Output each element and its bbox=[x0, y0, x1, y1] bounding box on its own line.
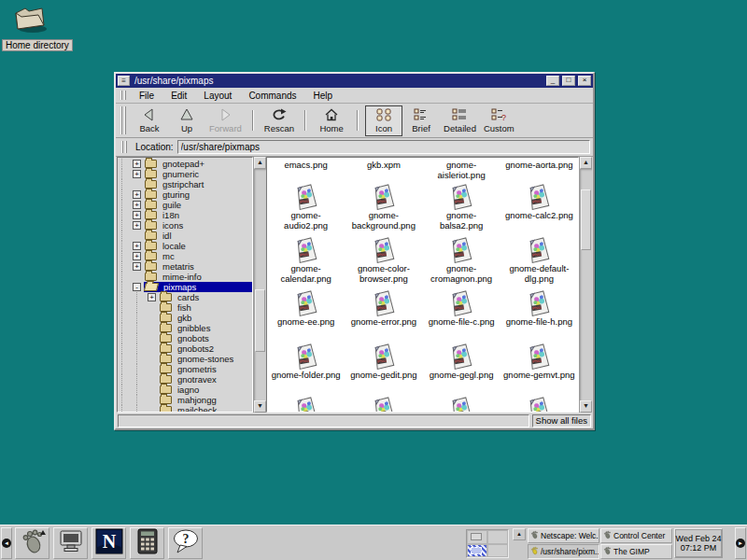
tree-item-locale[interactable]: +locale bbox=[118, 241, 252, 251]
file-gnome-folder.png[interactable]: PNGgnome-folder.png bbox=[267, 342, 345, 395]
icon-panel-scrollbar[interactable]: ▲ ▼ bbox=[579, 157, 592, 413]
location-input[interactable] bbox=[177, 140, 590, 154]
launcher-calculator[interactable] bbox=[130, 527, 164, 559]
maximize-button[interactable]: □ bbox=[562, 76, 575, 86]
close-button[interactable]: × bbox=[578, 76, 591, 86]
file-gnome-gedit.png[interactable]: PNGgnome-gedit.png bbox=[345, 342, 422, 395]
toolbar-home-button[interactable]: Home bbox=[313, 105, 350, 136]
tree-item-idl[interactable]: idl bbox=[118, 231, 252, 241]
icon-scrollbar-thumb[interactable] bbox=[581, 189, 591, 249]
expand-icon[interactable]: + bbox=[133, 201, 141, 209]
file-gnome-aorta.png[interactable]: PNGgnome-aorta.png bbox=[500, 158, 578, 182]
file-gnome-file-c.png[interactable]: PNGgnome-file-c.png bbox=[423, 288, 500, 342]
file-gkb.xpm[interactable]: PNGgkb.xpm bbox=[345, 158, 422, 182]
task-button[interactable]: /usr/share/pixm... bbox=[528, 544, 599, 559]
file-gnome-aisleriot.png[interactable]: PNGgnome-aisleriot.png bbox=[423, 158, 500, 182]
window-titlebar[interactable]: ≡ /usr/share/pixmaps _ □ × bbox=[116, 74, 593, 88]
file-gnome-gemvt.png[interactable]: PNGgnome-gemvt.png bbox=[500, 342, 578, 395]
tree-item-gnome-stones[interactable]: gnome-stones bbox=[118, 354, 252, 364]
file-gnome-error.png[interactable]: PNGgnome-error.png bbox=[345, 288, 422, 342]
file-gnome-calc2.png[interactable]: PNGgnome-calc2.png bbox=[500, 182, 578, 235]
launcher-netscape[interactable]: N bbox=[92, 527, 126, 559]
tree-item-gnotepad+[interactable]: +gnotepad+ bbox=[118, 159, 252, 169]
scroll-down-arrow-icon[interactable]: ▼ bbox=[254, 400, 266, 413]
pager-workspace-3-active[interactable] bbox=[467, 544, 487, 558]
menu-item-help[interactable]: Help bbox=[305, 90, 342, 102]
file-item[interactable]: PNG bbox=[267, 395, 345, 413]
tree-scrollbar-track[interactable] bbox=[254, 169, 266, 400]
tree-item-gnumeric[interactable]: +gnumeric bbox=[118, 169, 252, 179]
expand-icon[interactable]: + bbox=[133, 242, 141, 250]
collapse-icon[interactable]: - bbox=[133, 283, 141, 291]
file-gnome-cromagnon.png[interactable]: PNGgnome-cromagnon.png bbox=[423, 235, 500, 288]
tree-item-mahjongg[interactable]: mahjongg bbox=[118, 395, 252, 405]
tree-scrollbar[interactable]: ▲ ▼ bbox=[253, 157, 266, 413]
file-gnome-calendar.png[interactable]: PNGgnome-calendar.png bbox=[267, 235, 345, 288]
pager-workspace-4[interactable] bbox=[487, 544, 508, 558]
expand-icon[interactable]: + bbox=[133, 252, 141, 260]
file-item[interactable]: PNG bbox=[423, 395, 500, 413]
file-emacs.png[interactable]: PNGemacs.png bbox=[267, 158, 345, 182]
pager-workspace-2[interactable] bbox=[487, 530, 508, 544]
scroll-down-arrow-icon[interactable]: ▼ bbox=[580, 400, 592, 413]
tree-item-mime-info[interactable]: mime-info bbox=[118, 272, 252, 282]
task-button[interactable]: Netscape: Welc... bbox=[528, 528, 599, 543]
file-gnome-ee.png[interactable]: PNGgnome-ee.png bbox=[267, 288, 345, 342]
expand-icon[interactable]: + bbox=[133, 211, 141, 219]
file-gnome-color-browser.png[interactable]: PNGgnome-color-browser.png bbox=[345, 235, 422, 288]
tree-item-metatris[interactable]: +metatris bbox=[118, 261, 252, 272]
tree-item-gnometris[interactable]: gnometris bbox=[118, 364, 252, 374]
tree-item-guile[interactable]: +guile bbox=[118, 200, 252, 210]
window-menu-icon[interactable]: ≡ bbox=[118, 76, 130, 86]
tree-item-mailcheck[interactable]: mailcheck bbox=[118, 405, 252, 413]
toolbar-brief-button[interactable]: Brief bbox=[402, 105, 440, 136]
toolbar-up-button[interactable]: Up bbox=[168, 105, 205, 136]
scroll-up-arrow-icon[interactable]: ▲ bbox=[580, 157, 592, 169]
tree-item-iagno[interactable]: iagno bbox=[118, 385, 252, 395]
menu-item-file[interactable]: File bbox=[131, 90, 162, 102]
tree-item-mc[interactable]: +mc bbox=[118, 251, 252, 261]
file-gnome-gegl.png[interactable]: PNGgnome-gegl.png bbox=[423, 342, 500, 395]
tree-item-gturing[interactable]: +gturing bbox=[118, 189, 252, 200]
tree-item-gnobots[interactable]: gnobots bbox=[118, 333, 252, 343]
launcher-terminal[interactable] bbox=[53, 527, 88, 559]
expand-icon[interactable]: + bbox=[148, 293, 156, 301]
expand-icon[interactable]: + bbox=[133, 190, 141, 199]
tasklist-arrow-button[interactable]: ▲ bbox=[513, 528, 526, 540]
file-gnome-background.png[interactable]: PNGgnome-background.png bbox=[345, 182, 422, 235]
task-button[interactable]: The GIMP bbox=[600, 544, 672, 559]
toolbar-grip-handle[interactable] bbox=[120, 106, 128, 134]
desktop-icon-home[interactable]: Home directory bbox=[2, 4, 73, 51]
menu-item-edit[interactable]: Edit bbox=[162, 90, 195, 102]
toolbar-forward-button[interactable]: Forward bbox=[205, 105, 246, 136]
icon-scrollbar-track[interactable] bbox=[580, 169, 592, 400]
file-gnome-audio2.png[interactable]: PNGgnome-audio2.png bbox=[267, 182, 345, 235]
toolbar-back-button[interactable]: Back bbox=[131, 105, 168, 136]
menu-item-layout[interactable]: Layout bbox=[195, 90, 240, 102]
expand-icon[interactable]: + bbox=[133, 170, 141, 178]
expand-icon[interactable]: + bbox=[133, 221, 141, 230]
panel-hide-left-button[interactable]: ◄ bbox=[1, 527, 12, 559]
tree-item-gstripchart[interactable]: gstripchart bbox=[118, 179, 252, 189]
file-item[interactable]: PNG bbox=[345, 395, 422, 413]
panel-hide-right-button[interactable]: ► bbox=[735, 527, 746, 559]
tree-item-gnibbles[interactable]: gnibbles bbox=[118, 323, 252, 333]
file-gnome-default-dlg.png[interactable]: PNGgnome-default-dlg.png bbox=[500, 235, 578, 288]
file-gnome-file-h.png[interactable]: PNGgnome-file-h.png bbox=[500, 288, 578, 342]
expand-icon[interactable]: + bbox=[133, 262, 141, 271]
menu-bar-grip-handle[interactable] bbox=[120, 91, 128, 100]
tree-item-cards[interactable]: +cards bbox=[118, 292, 252, 302]
tree-item-gnobots2[interactable]: gnobots2 bbox=[118, 343, 252, 354]
tree-item-fish[interactable]: fish bbox=[118, 302, 252, 313]
toolbar-custom-button[interactable]: ?Custom bbox=[480, 105, 518, 136]
launcher-gnome-main-menu[interactable] bbox=[15, 527, 49, 559]
launcher-help[interactable]: ? bbox=[168, 527, 203, 559]
pager-workspace-1[interactable] bbox=[467, 530, 487, 544]
tree-item-gnotravex[interactable]: gnotravex bbox=[118, 374, 252, 385]
task-button[interactable]: Control Center bbox=[600, 528, 672, 543]
tree-item-pixmaps[interactable]: -pixmaps bbox=[118, 282, 252, 292]
toolbar-rescan-button[interactable]: Rescan bbox=[261, 105, 298, 136]
expand-icon[interactable]: + bbox=[133, 160, 141, 168]
tree-scrollbar-thumb[interactable] bbox=[255, 289, 265, 352]
scroll-up-arrow-icon[interactable]: ▲ bbox=[254, 157, 266, 169]
